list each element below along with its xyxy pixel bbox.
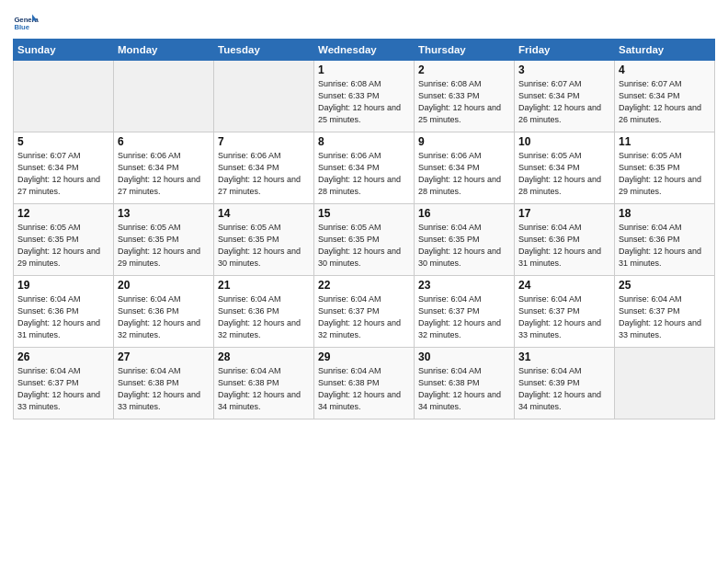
day-info: Sunrise: 6:04 AM Sunset: 6:36 PM Dayligh… bbox=[17, 293, 109, 341]
day-cell: 11Sunrise: 6:05 AM Sunset: 6:35 PM Dayli… bbox=[615, 132, 715, 204]
day-info: Sunrise: 6:08 AM Sunset: 6:33 PM Dayligh… bbox=[418, 78, 510, 126]
day-cell: 17Sunrise: 6:04 AM Sunset: 6:36 PM Dayli… bbox=[515, 204, 615, 276]
day-cell: 2Sunrise: 6:08 AM Sunset: 6:33 PM Daylig… bbox=[415, 61, 515, 132]
day-info: Sunrise: 6:04 AM Sunset: 6:38 PM Dayligh… bbox=[318, 365, 410, 413]
day-number: 4 bbox=[619, 63, 711, 76]
page-container: General Blue SundayMondayTuesdayWednesda… bbox=[0, 0, 728, 427]
day-number: 8 bbox=[318, 135, 410, 148]
day-cell bbox=[114, 61, 214, 132]
week-row-4: 19Sunrise: 6:04 AM Sunset: 6:36 PM Dayli… bbox=[14, 276, 715, 348]
day-number: 7 bbox=[218, 135, 310, 148]
day-cell: 3Sunrise: 6:07 AM Sunset: 6:34 PM Daylig… bbox=[515, 61, 615, 132]
day-number: 21 bbox=[218, 279, 310, 292]
day-info: Sunrise: 6:04 AM Sunset: 6:38 PM Dayligh… bbox=[118, 365, 210, 413]
day-info: Sunrise: 6:04 AM Sunset: 6:39 PM Dayligh… bbox=[518, 365, 610, 413]
day-cell: 28Sunrise: 6:04 AM Sunset: 6:38 PM Dayli… bbox=[214, 348, 314, 419]
day-number: 31 bbox=[518, 350, 610, 363]
col-header-wednesday: Wednesday bbox=[314, 40, 415, 61]
day-number: 14 bbox=[218, 207, 310, 220]
day-info: Sunrise: 6:05 AM Sunset: 6:35 PM Dayligh… bbox=[619, 150, 711, 198]
day-info: Sunrise: 6:04 AM Sunset: 6:37 PM Dayligh… bbox=[619, 293, 711, 341]
day-info: Sunrise: 6:06 AM Sunset: 6:34 PM Dayligh… bbox=[118, 150, 210, 198]
day-info: Sunrise: 6:04 AM Sunset: 6:38 PM Dayligh… bbox=[218, 365, 310, 413]
day-info: Sunrise: 6:05 AM Sunset: 6:35 PM Dayligh… bbox=[17, 222, 109, 270]
day-info: Sunrise: 6:04 AM Sunset: 6:36 PM Dayligh… bbox=[619, 222, 711, 270]
week-row-3: 12Sunrise: 6:05 AM Sunset: 6:35 PM Dayli… bbox=[14, 204, 715, 276]
day-cell: 27Sunrise: 6:04 AM Sunset: 6:38 PM Dayli… bbox=[114, 348, 214, 419]
day-info: Sunrise: 6:07 AM Sunset: 6:34 PM Dayligh… bbox=[518, 78, 610, 126]
day-cell: 7Sunrise: 6:06 AM Sunset: 6:34 PM Daylig… bbox=[214, 132, 314, 204]
logo-icon: General Blue bbox=[13, 9, 39, 35]
day-number: 22 bbox=[318, 279, 410, 292]
col-header-saturday: Saturday bbox=[615, 40, 715, 61]
week-row-5: 26Sunrise: 6:04 AM Sunset: 6:37 PM Dayli… bbox=[14, 348, 715, 419]
week-row-1: 1Sunrise: 6:08 AM Sunset: 6:33 PM Daylig… bbox=[14, 61, 715, 132]
day-cell: 25Sunrise: 6:04 AM Sunset: 6:37 PM Dayli… bbox=[615, 276, 715, 348]
day-cell: 22Sunrise: 6:04 AM Sunset: 6:37 PM Dayli… bbox=[314, 276, 415, 348]
day-number: 17 bbox=[518, 207, 610, 220]
day-cell: 15Sunrise: 6:05 AM Sunset: 6:35 PM Dayli… bbox=[314, 204, 415, 276]
col-header-monday: Monday bbox=[114, 40, 214, 61]
day-info: Sunrise: 6:04 AM Sunset: 6:36 PM Dayligh… bbox=[118, 293, 210, 341]
day-number: 24 bbox=[518, 279, 610, 292]
day-cell: 8Sunrise: 6:06 AM Sunset: 6:34 PM Daylig… bbox=[314, 132, 415, 204]
day-info: Sunrise: 6:06 AM Sunset: 6:34 PM Dayligh… bbox=[418, 150, 510, 198]
day-cell: 18Sunrise: 6:04 AM Sunset: 6:36 PM Dayli… bbox=[615, 204, 715, 276]
col-header-thursday: Thursday bbox=[415, 40, 515, 61]
day-info: Sunrise: 6:05 AM Sunset: 6:35 PM Dayligh… bbox=[118, 222, 210, 270]
day-info: Sunrise: 6:04 AM Sunset: 6:37 PM Dayligh… bbox=[518, 293, 610, 341]
day-cell: 20Sunrise: 6:04 AM Sunset: 6:36 PM Dayli… bbox=[114, 276, 214, 348]
day-number: 18 bbox=[619, 207, 711, 220]
day-cell: 5Sunrise: 6:07 AM Sunset: 6:34 PM Daylig… bbox=[14, 132, 114, 204]
day-info: Sunrise: 6:06 AM Sunset: 6:34 PM Dayligh… bbox=[318, 150, 410, 198]
day-number: 19 bbox=[17, 279, 109, 292]
day-number: 11 bbox=[619, 135, 711, 148]
day-cell: 13Sunrise: 6:05 AM Sunset: 6:35 PM Dayli… bbox=[114, 204, 214, 276]
day-number: 15 bbox=[318, 207, 410, 220]
day-info: Sunrise: 6:05 AM Sunset: 6:34 PM Dayligh… bbox=[518, 150, 610, 198]
day-number: 26 bbox=[17, 350, 109, 363]
day-info: Sunrise: 6:05 AM Sunset: 6:35 PM Dayligh… bbox=[318, 222, 410, 270]
day-number: 2 bbox=[418, 63, 510, 76]
header: General Blue bbox=[13, 9, 715, 35]
day-cell: 1Sunrise: 6:08 AM Sunset: 6:33 PM Daylig… bbox=[314, 61, 415, 132]
day-cell: 26Sunrise: 6:04 AM Sunset: 6:37 PM Dayli… bbox=[14, 348, 114, 419]
day-cell: 4Sunrise: 6:07 AM Sunset: 6:34 PM Daylig… bbox=[615, 61, 715, 132]
col-header-tuesday: Tuesday bbox=[214, 40, 314, 61]
day-number: 3 bbox=[518, 63, 610, 76]
day-cell: 30Sunrise: 6:04 AM Sunset: 6:38 PM Dayli… bbox=[415, 348, 515, 419]
day-cell: 21Sunrise: 6:04 AM Sunset: 6:36 PM Dayli… bbox=[214, 276, 314, 348]
day-info: Sunrise: 6:08 AM Sunset: 6:33 PM Dayligh… bbox=[318, 78, 410, 126]
day-info: Sunrise: 6:04 AM Sunset: 6:35 PM Dayligh… bbox=[418, 222, 510, 270]
day-cell: 10Sunrise: 6:05 AM Sunset: 6:34 PM Dayli… bbox=[515, 132, 615, 204]
day-number: 5 bbox=[17, 135, 109, 148]
day-number: 29 bbox=[318, 350, 410, 363]
col-header-sunday: Sunday bbox=[14, 40, 114, 61]
day-cell: 31Sunrise: 6:04 AM Sunset: 6:39 PM Dayli… bbox=[515, 348, 615, 419]
day-cell: 24Sunrise: 6:04 AM Sunset: 6:37 PM Dayli… bbox=[515, 276, 615, 348]
day-number: 28 bbox=[218, 350, 310, 363]
day-number: 9 bbox=[418, 135, 510, 148]
svg-text:Blue: Blue bbox=[14, 23, 29, 31]
day-info: Sunrise: 6:05 AM Sunset: 6:35 PM Dayligh… bbox=[218, 222, 310, 270]
day-number: 1 bbox=[318, 63, 410, 76]
day-number: 30 bbox=[418, 350, 510, 363]
day-cell: 29Sunrise: 6:04 AM Sunset: 6:38 PM Dayli… bbox=[314, 348, 415, 419]
day-info: Sunrise: 6:04 AM Sunset: 6:37 PM Dayligh… bbox=[17, 365, 109, 413]
col-header-friday: Friday bbox=[515, 40, 615, 61]
day-number: 20 bbox=[118, 279, 210, 292]
day-cell: 16Sunrise: 6:04 AM Sunset: 6:35 PM Dayli… bbox=[415, 204, 515, 276]
day-info: Sunrise: 6:07 AM Sunset: 6:34 PM Dayligh… bbox=[619, 78, 711, 126]
day-info: Sunrise: 6:04 AM Sunset: 6:37 PM Dayligh… bbox=[418, 293, 510, 341]
day-number: 25 bbox=[619, 279, 711, 292]
calendar-table: SundayMondayTuesdayWednesdayThursdayFrid… bbox=[13, 39, 715, 419]
day-info: Sunrise: 6:04 AM Sunset: 6:36 PM Dayligh… bbox=[218, 293, 310, 341]
day-number: 12 bbox=[17, 207, 109, 220]
day-info: Sunrise: 6:04 AM Sunset: 6:36 PM Dayligh… bbox=[518, 222, 610, 270]
day-cell: 6Sunrise: 6:06 AM Sunset: 6:34 PM Daylig… bbox=[114, 132, 214, 204]
day-number: 10 bbox=[518, 135, 610, 148]
day-number: 6 bbox=[118, 135, 210, 148]
day-cell bbox=[14, 61, 114, 132]
day-cell bbox=[214, 61, 314, 132]
day-info: Sunrise: 6:04 AM Sunset: 6:37 PM Dayligh… bbox=[318, 293, 410, 341]
